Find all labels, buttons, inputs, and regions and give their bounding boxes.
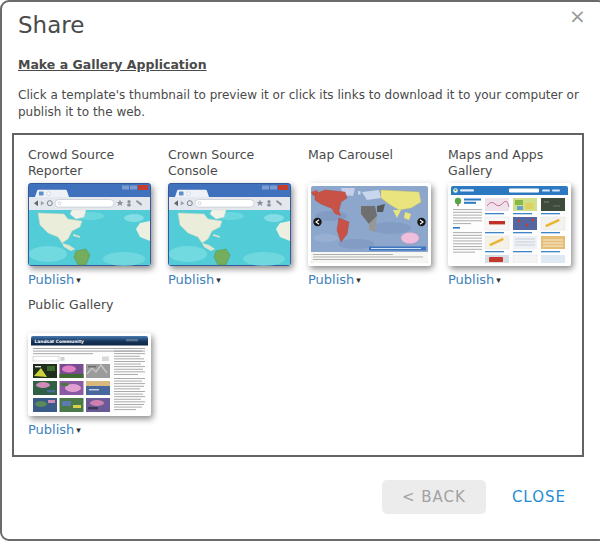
- template-thumbnail-crowd-source-reporter[interactable]: [28, 183, 151, 266]
- caret-down-icon: ▾: [356, 275, 361, 285]
- publish-link[interactable]: Publish▾: [28, 422, 81, 437]
- template-public-gallery: Public Gallery Landsat Community: [28, 297, 168, 437]
- template-title: Public Gallery: [28, 297, 168, 333]
- caret-down-icon: ▾: [76, 275, 81, 285]
- template-map-carousel: Map Carousel: [308, 147, 448, 287]
- template-grid: Crowd Source Reporter Publish▾ Crown Sou…: [28, 147, 582, 437]
- template-title: Map Carousel: [308, 147, 448, 183]
- carousel-right-arrow-icon: [417, 218, 425, 226]
- template-thumbnail-public-gallery[interactable]: Landsat Community: [28, 333, 151, 416]
- browser-map-thumbnail-icon: [168, 183, 291, 266]
- template-title: Crown Source Console: [168, 147, 308, 183]
- dialog-title: Share: [18, 12, 600, 38]
- close-button[interactable]: CLOSE: [512, 488, 566, 506]
- template-thumbnail-map-carousel[interactable]: [308, 183, 431, 266]
- template-thumbnail-maps-and-apps-gallery[interactable]: [448, 183, 571, 266]
- landsat-gallery-thumbnail-icon: Landsat Community: [31, 336, 148, 413]
- template-gallery-box: Crowd Source Reporter Publish▾ Crown Sou…: [12, 133, 584, 457]
- close-icon[interactable]: ×: [569, 6, 586, 26]
- publish-link[interactable]: Publish▾: [308, 272, 361, 287]
- publish-link[interactable]: Publish▾: [168, 272, 221, 287]
- world-map-carousel-icon: [311, 186, 428, 263]
- template-thumbnail-crown-source-console[interactable]: [168, 183, 291, 266]
- template-maps-and-apps-gallery: Maps and Apps Gallery: [448, 147, 588, 287]
- dialog-footer: < BACK CLOSE: [2, 480, 600, 514]
- caret-down-icon: ▾: [76, 425, 81, 435]
- template-crowd-source-reporter: Crowd Source Reporter Publish▾: [28, 147, 168, 287]
- landsat-community-title: Landsat Community: [35, 339, 84, 344]
- caret-down-icon: ▾: [496, 275, 501, 285]
- back-button[interactable]: < BACK: [382, 480, 486, 514]
- gallery-grid-thumbnail-icon: [451, 186, 568, 263]
- browser-map-thumbnail-icon: [28, 183, 151, 266]
- carousel-left-arrow-icon: [313, 218, 321, 226]
- template-title: Maps and Apps Gallery: [448, 147, 588, 183]
- share-dialog: Share × Make a Gallery Application Click…: [0, 0, 600, 541]
- section-heading: Make a Gallery Application: [18, 57, 589, 72]
- publish-link[interactable]: Publish▾: [448, 272, 501, 287]
- template-title: Crowd Source Reporter: [28, 147, 168, 183]
- caret-down-icon: ▾: [216, 275, 221, 285]
- description-text: Click a template's thumbnail to preview …: [18, 87, 590, 121]
- template-crown-source-console: Crown Source Console Publish▾: [168, 147, 308, 287]
- publish-link[interactable]: Publish▾: [28, 272, 81, 287]
